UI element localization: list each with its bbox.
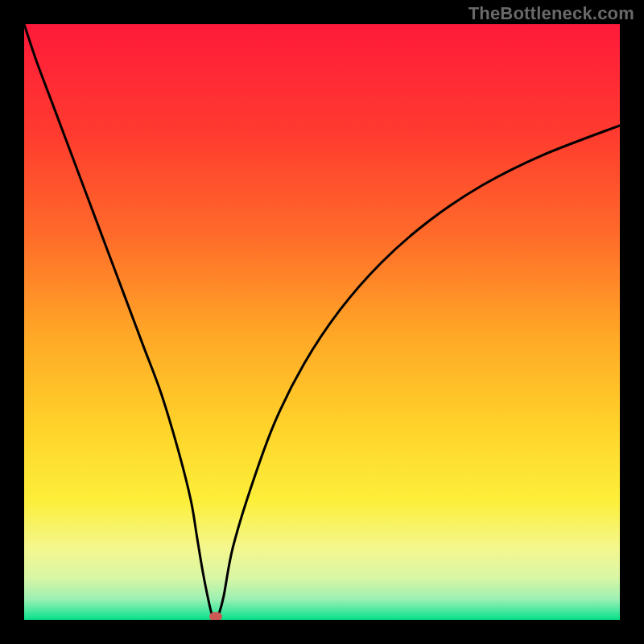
watermark-text: TheBottleneck.com xyxy=(469,3,634,24)
optimal-point-marker xyxy=(209,612,222,620)
bottleneck-curve xyxy=(24,24,620,620)
chart-frame: TheBottleneck.com xyxy=(0,0,644,644)
plot-area xyxy=(24,24,620,620)
